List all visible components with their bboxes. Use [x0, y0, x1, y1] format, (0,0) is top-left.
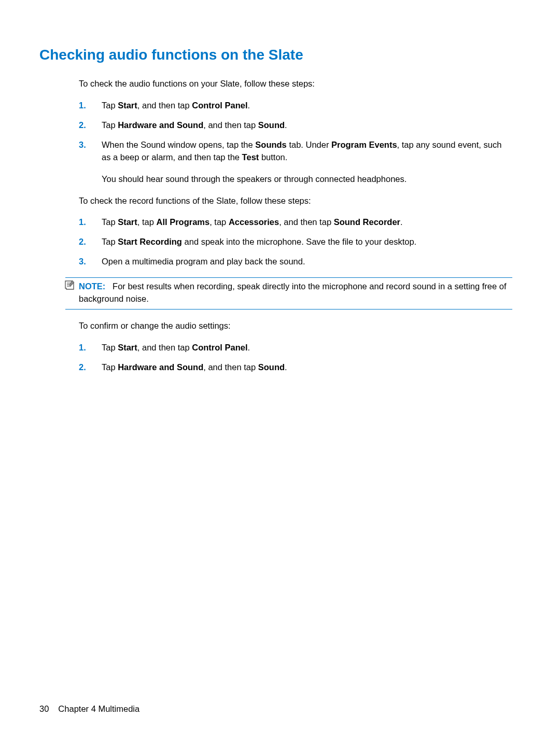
step-item: 1.Tap Start, tap All Programs, tap Acces…: [79, 216, 512, 229]
step-text: Tap Start, and then tap Control Panel.: [102, 101, 250, 110]
step-text: When the Sound window opens, tap the Sou…: [102, 140, 501, 162]
content-body: To check the audio functions on your Sla…: [79, 78, 512, 374]
step-text: Tap Start, tap All Programs, tap Accesso…: [102, 217, 403, 227]
steps-list-3: 1.Tap Start, and then tap Control Panel.…: [79, 342, 512, 374]
chapter-label: Chapter 4 Multimedia: [58, 704, 139, 713]
section-heading: Checking audio functions on the Slate: [39, 47, 512, 63]
note-label: NOTE:: [79, 282, 105, 291]
step-item: 2.Tap Start Recording and speak into the…: [79, 236, 512, 248]
step-text: Tap Start Recording and speak into the m…: [102, 237, 416, 246]
step-item: 3.When the Sound window opens, tap the S…: [79, 139, 512, 186]
step-text: Tap Hardware and Sound, and then tap Sou…: [102, 362, 287, 372]
steps-list-1: 1.Tap Start, and then tap Control Panel.…: [79, 100, 512, 186]
step-number: 3.: [79, 256, 86, 268]
step-number: 2.: [79, 361, 86, 374]
step-text: Open a multimedia program and play back …: [102, 257, 305, 266]
step-number: 1.: [79, 216, 86, 229]
step-item: 1.Tap Start, and then tap Control Panel.: [79, 342, 512, 354]
step-item: 3.Open a multimedia program and play bac…: [79, 256, 512, 268]
page-footer: 30Chapter 4 Multimedia: [39, 704, 139, 714]
step-text: Tap Start, and then tap Control Panel.: [102, 343, 250, 352]
step-text: Tap Hardware and Sound, and then tap Sou…: [102, 120, 287, 130]
step-subtext: You should hear sound through the speake…: [102, 173, 512, 186]
step-number: 1.: [79, 100, 86, 112]
step-item: 2.Tap Hardware and Sound, and then tap S…: [79, 119, 512, 132]
note-icon: [63, 280, 76, 291]
step-number: 3.: [79, 139, 86, 151]
intro-paragraph-1: To check the audio functions on your Sla…: [79, 78, 512, 90]
step-number: 1.: [79, 342, 86, 354]
intro-paragraph-2: To check the record functions of the Sla…: [79, 195, 512, 207]
note-text: NOTE: For best results when recording, s…: [79, 280, 512, 305]
note-callout: NOTE: For best results when recording, s…: [65, 277, 512, 310]
step-item: 1.Tap Start, and then tap Control Panel.: [79, 100, 512, 112]
page-number: 30: [39, 704, 49, 713]
intro-paragraph-3: To confirm or change the audio settings:: [79, 320, 512, 332]
step-number: 2.: [79, 236, 86, 248]
step-item: 2.Tap Hardware and Sound, and then tap S…: [79, 361, 512, 374]
note-body: For best results when recording, speak d…: [79, 282, 507, 303]
steps-list-2: 1.Tap Start, tap All Programs, tap Acces…: [79, 216, 512, 268]
step-number: 2.: [79, 119, 86, 132]
